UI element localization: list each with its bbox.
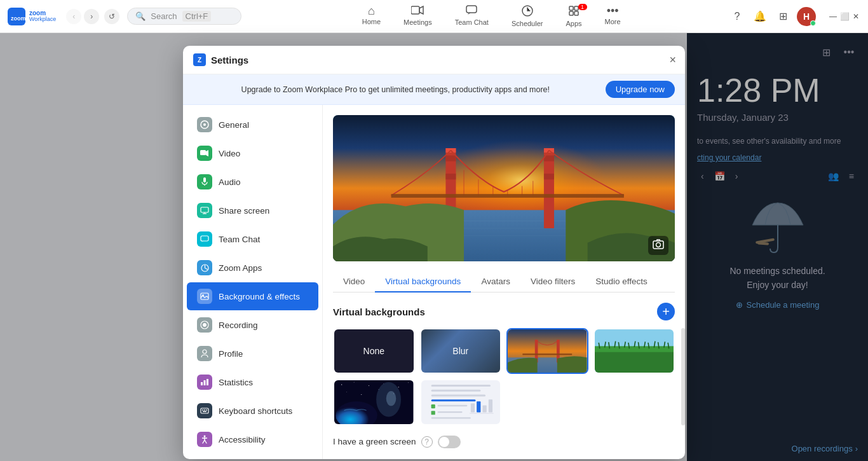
- avatar-initial: H: [803, 11, 810, 22]
- tab-team-chat[interactable]: Team Chat: [445, 3, 499, 30]
- avatar-status-indicator: [810, 20, 816, 26]
- nav-general[interactable]: General: [187, 111, 318, 139]
- minimize-button[interactable]: —: [829, 12, 837, 21]
- content-tabs: Video Virtual backgrounds Avatars Video …: [333, 272, 675, 292]
- svg-text:zoom: zoom: [11, 15, 25, 22]
- upgrade-text: Upgrade to Zoom Workplace Pro to get unl…: [193, 85, 598, 94]
- snapshot-button[interactable]: [648, 236, 668, 255]
- bg-blur[interactable]: Blur: [420, 328, 502, 374]
- svg-rect-31: [207, 379, 208, 385]
- virtual-bg-title: Virtual backgrounds: [333, 306, 425, 317]
- tab-scheduler-label: Scheduler: [512, 20, 543, 27]
- nav-team-chat[interactable]: Team Chat: [187, 225, 318, 253]
- nav-general-label: General: [219, 120, 249, 130]
- nav-profile[interactable]: Profile: [187, 340, 318, 368]
- dialog-logo: Z: [193, 53, 206, 66]
- svg-point-88: [369, 385, 369, 386]
- bg-bridge[interactable]: [506, 328, 588, 374]
- svg-rect-2: [411, 6, 419, 14]
- upgrade-now-button[interactable]: Upgrade now: [606, 81, 675, 98]
- apps-panel-button[interactable]: ⊞: [774, 8, 792, 25]
- zoom-logo-icon: zoom: [8, 8, 25, 25]
- bg-none[interactable]: None: [333, 328, 415, 374]
- svg-rect-102: [431, 395, 485, 397]
- search-bar[interactable]: 🔍 Search Ctrl+F: [127, 8, 241, 25]
- nav-recording[interactable]: Recording: [187, 311, 318, 339]
- home-icon: ⌂: [368, 5, 375, 17]
- svg-point-91: [408, 383, 409, 383]
- video-preview: [333, 115, 675, 261]
- nav-accessibility[interactable]: Accessibility: [187, 425, 318, 453]
- dialog-titlebar: Z Settings ×: [183, 46, 685, 74]
- nav-zoom-apps[interactable]: Zoom Apps: [187, 254, 318, 282]
- add-background-button[interactable]: +: [657, 303, 675, 320]
- settings-content: Video Virtual backgrounds Avatars Video …: [323, 105, 685, 459]
- apps-badge: 1: [578, 4, 587, 10]
- svg-rect-19: [201, 207, 208, 212]
- video-icon: [197, 146, 212, 161]
- nav-statistics[interactable]: Statistics: [187, 368, 318, 396]
- virtual-bg-section-header: Virtual backgrounds +: [333, 303, 675, 320]
- nav-arrows: ‹ ›: [66, 9, 99, 24]
- nav-video[interactable]: Video: [187, 139, 318, 167]
- svg-rect-30: [204, 380, 206, 385]
- nav-audio-label: Audio: [219, 177, 241, 187]
- main-area: ⊞ ••• 1:28 PM Thursday, January 23 to ev…: [0, 33, 868, 461]
- tab-home[interactable]: ⌂ Home: [352, 3, 391, 30]
- bg-document[interactable]: [420, 379, 502, 425]
- tab-meetings-label: Meetings: [403, 18, 432, 26]
- nav-background[interactable]: Background & effects: [187, 282, 318, 310]
- svg-point-86: [341, 385, 342, 385]
- avatar-button[interactable]: H: [797, 7, 816, 26]
- help-button[interactable]: ?: [728, 8, 746, 25]
- general-icon: [197, 117, 212, 132]
- nav-back-button[interactable]: ‹: [66, 9, 81, 24]
- tab-video[interactable]: Video: [333, 272, 375, 292]
- svg-rect-100: [431, 385, 490, 387]
- svg-marker-16: [206, 150, 208, 156]
- svg-rect-47: [445, 155, 456, 161]
- window-controls: — ⬜ ✕: [829, 12, 860, 21]
- dialog-close-button[interactable]: ×: [669, 54, 676, 65]
- bg-grass[interactable]: [593, 328, 675, 374]
- notifications-button[interactable]: 🔔: [751, 8, 769, 25]
- nav-forward-button[interactable]: ›: [84, 9, 99, 24]
- svg-rect-104: [431, 404, 435, 408]
- tab-more[interactable]: ••• More: [595, 3, 631, 30]
- green-screen-help-icon[interactable]: ?: [421, 436, 433, 448]
- tab-apps-label: Apps: [566, 20, 581, 27]
- tab-studio-effects[interactable]: Studio effects: [585, 272, 658, 292]
- svg-marker-3: [419, 6, 423, 14]
- settings-dialog: Z Settings × Upgrade to Zoom Workplace P…: [183, 46, 685, 459]
- nav-keyboard[interactable]: Keyboard shortcuts: [187, 397, 318, 425]
- tab-apps[interactable]: 1 Apps: [555, 3, 592, 30]
- more-icon: •••: [607, 5, 619, 17]
- close-button[interactable]: ✕: [851, 12, 860, 21]
- svg-rect-50: [544, 174, 554, 179]
- bg-space[interactable]: [333, 379, 415, 425]
- search-shortcut: Ctrl+F: [182, 11, 212, 22]
- svg-point-98: [386, 391, 397, 406]
- history-button[interactable]: ↺: [104, 9, 119, 24]
- audio-icon: [197, 174, 212, 189]
- tab-avatars[interactable]: Avatars: [471, 272, 520, 292]
- tab-scheduler[interactable]: Scheduler: [501, 3, 553, 30]
- svg-point-14: [203, 123, 206, 126]
- bg-bridge-thumbnail: [508, 329, 587, 373]
- recording-icon: [197, 317, 212, 333]
- green-screen-toggle[interactable]: [438, 436, 461, 448]
- nav-audio[interactable]: Audio: [187, 168, 318, 196]
- svg-rect-110: [482, 406, 486, 413]
- svg-rect-4: [466, 6, 477, 13]
- nav-share-screen[interactable]: Share screen: [187, 196, 318, 224]
- dialog-overlay: Z Settings × Upgrade to Zoom Workplace P…: [0, 33, 868, 461]
- tab-video-filters[interactable]: Video filters: [520, 272, 585, 292]
- tab-virtual-backgrounds[interactable]: Virtual backgrounds: [375, 272, 471, 292]
- scroll-indicator[interactable]: [681, 328, 685, 425]
- maximize-button[interactable]: ⬜: [840, 12, 849, 21]
- green-screen-row: I have a green screen ?: [333, 436, 675, 448]
- svg-point-61: [656, 243, 661, 247]
- nav-zoom-apps-label: Zoom Apps: [219, 263, 262, 273]
- svg-rect-8: [569, 11, 573, 15]
- tab-meetings[interactable]: Meetings: [393, 3, 442, 30]
